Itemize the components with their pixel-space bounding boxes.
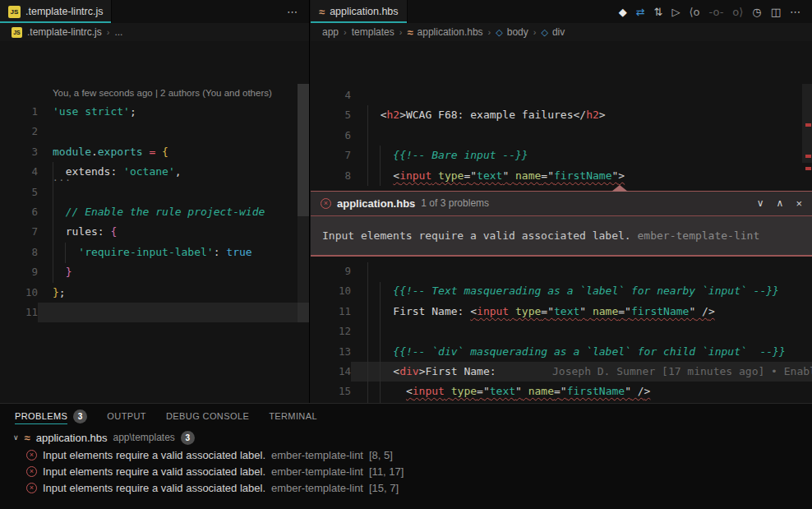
problem-row[interactable]: ×Input elements require a valid associat…	[0, 479, 812, 496]
code-line[interactable]: 7 rules: {	[0, 222, 309, 242]
problem-row[interactable]: ×Input elements require a valid associat…	[0, 447, 812, 463]
problems-file-row[interactable]: ∨ ≈ application.hbs app\templates 3	[0, 428, 812, 447]
error-circle-icon: ×	[321, 198, 331, 209]
tab-application-hbs[interactable]: ≈ application.hbs	[311, 0, 408, 23]
code-line[interactable]: 5 <h2>WCAG F68: example failures</h2>	[311, 105, 812, 125]
breadcrumb-label: app	[322, 26, 339, 38]
git-compare-icon[interactable]: ⇅	[654, 7, 663, 17]
line-content[interactable]	[351, 322, 812, 341]
breadcrumb-item-body[interactable]: ◇body	[496, 26, 528, 38]
panel-tab-problems[interactable]: PROBLEMS3	[15, 404, 87, 428]
code-line[interactable]: 9	[311, 261, 812, 281]
breadcrumb-item-application.hbs[interactable]: ≈application.hbs	[407, 26, 482, 38]
breadcrumb-item-div[interactable]: ◇div	[541, 26, 565, 38]
tab-template-lintrc[interactable]: JS .template-lintrc.js	[0, 0, 112, 23]
code-line[interactable]: 10};	[0, 283, 309, 303]
code-line[interactable]: 7 {{!-- Bare input --}}	[311, 146, 812, 165]
line-content[interactable]	[38, 122, 309, 141]
code-line[interactable]: 9 }	[0, 262, 309, 282]
peek-message-row[interactable]: Input elements require a valid associate…	[311, 216, 812, 255]
more-actions-icon[interactable]: ⋯	[790, 7, 800, 17]
breadcrumb-file[interactable]: .template-lintrc.js	[27, 26, 102, 38]
chevron-down-icon[interactable]: ∨	[13, 433, 19, 442]
code-editor-application[interactable]: 45 <h2>WCAG F68: example failures</h2>67…	[311, 82, 812, 442]
code-line[interactable]: 3module.exports = {	[0, 142, 309, 162]
code-line[interactable]: 1'use strict';	[0, 102, 309, 122]
ember-file-icon: ≈	[407, 27, 413, 38]
line-content[interactable]	[38, 183, 309, 202]
code-line[interactable]: 8 <input type="text" name="firstName">	[311, 166, 812, 186]
tab-bar-left: JS .template-lintrc.js ⋯	[0, 0, 309, 23]
code-line[interactable]: 6 // Enable the rule project-wide	[0, 202, 309, 222]
line-content[interactable]: };	[38, 283, 309, 303]
line-content[interactable]: module.exports = {	[38, 142, 309, 162]
panel-tab-badge: 3	[73, 410, 87, 423]
line-number: 7	[0, 222, 38, 242]
code-line[interactable]: 15 <input type="text" name="firstName" /…	[311, 382, 812, 401]
peek-arrow	[611, 185, 628, 192]
line-number: 3	[0, 142, 38, 162]
navigate-back-icon[interactable]: ⟨o	[689, 7, 699, 17]
chevron-down-icon[interactable]: ∨	[757, 197, 764, 209]
line-content[interactable]: {{!-- Bare input --}}	[351, 146, 812, 165]
more-actions-icon[interactable]: ⋯	[287, 7, 298, 17]
line-content[interactable]: 'use strict';	[38, 102, 309, 122]
line-content[interactable]: extends: 'octane',	[38, 162, 309, 182]
code-line[interactable]: 14 <div>First Name:Joseph D. Sumner [17 …	[311, 362, 812, 382]
line-content[interactable]: }	[38, 262, 309, 282]
panel-tab-debug-console[interactable]: DEBUG CONSOLE	[166, 404, 249, 428]
editor-group-right: ≈ application.hbs ◆⇄⇅▷⟨o-o-o⟩◷◫⋯ app›tem…	[311, 0, 812, 403]
code-line[interactable]: 2	[0, 122, 309, 141]
code-line[interactable]: 10 {{!-- Text masquerading as a `label` …	[311, 281, 812, 301]
code-editor-lintrc[interactable]: You, a few seconds ago | 2 authors (You …	[0, 82, 309, 322]
line-content[interactable]	[351, 126, 812, 146]
line-content[interactable]: <input type="text" name="firstName" />	[351, 382, 812, 401]
scrollbar-thumb[interactable]	[298, 84, 309, 216]
panel-tab-output[interactable]: OUTPUT	[107, 404, 146, 428]
split-editor-icon[interactable]: ◫	[771, 7, 781, 17]
navigate-forward-icon[interactable]: o⟩	[732, 7, 743, 17]
timeline-icon[interactable]: ◷	[752, 7, 761, 17]
chevron-right-icon: ›	[107, 27, 110, 37]
panel-tab-terminal[interactable]: TERMINAL	[269, 404, 317, 428]
chevron-up-icon[interactable]: ∧	[777, 197, 784, 209]
line-content[interactable]: <h2>WCAG F68: example failures</h2>	[351, 105, 812, 125]
code-line[interactable]: 4	[311, 86, 812, 105]
line-content[interactable]	[351, 86, 812, 105]
line-number: 8	[0, 243, 38, 262]
line-content[interactable]: // Enable the rule project-wide	[38, 202, 309, 222]
line-content[interactable]: 'require-input-label': true	[38, 243, 309, 262]
breadcrumb-symbol[interactable]: ...	[114, 26, 122, 38]
close-icon[interactable]: ×	[796, 197, 802, 210]
line-content[interactable]: {{!-- Text masquerading as a `label` for…	[351, 281, 812, 301]
template-lint-icon[interactable]: ◆	[619, 7, 627, 17]
line-number: 6	[0, 202, 38, 222]
line-content[interactable]	[38, 303, 309, 322]
breadcrumb-item-templates[interactable]: templates	[352, 26, 394, 38]
code-line[interactable]: 11 First Name: <input type="text" name="…	[311, 302, 812, 322]
code-line[interactable]: 8 'require-input-label': true	[0, 243, 309, 262]
line-number: 9	[311, 261, 351, 281]
line-number: 7	[311, 146, 351, 165]
sync-icon[interactable]: ⇄	[636, 7, 645, 17]
code-line[interactable]: 11	[0, 303, 309, 322]
line-content[interactable]: rules: {	[38, 222, 309, 242]
scrollbar[interactable]	[298, 84, 309, 322]
code-line[interactable]: 5	[0, 183, 309, 202]
line-content[interactable]: <div>First Name:Joseph D. Sumner [17 min…	[351, 362, 812, 382]
navigate-position-icon[interactable]: -o-	[709, 7, 724, 17]
line-content[interactable]: {{!-- `div` masquerading as a `label` fo…	[351, 342, 812, 362]
code-line[interactable]: 6	[311, 126, 812, 146]
line-content[interactable]: <input type="text" name="firstName">	[351, 166, 812, 186]
code-line[interactable]: 12	[311, 322, 812, 341]
line-content[interactable]	[351, 261, 812, 281]
breadcrumb-label: div	[552, 26, 565, 38]
run-icon[interactable]: ▷	[671, 7, 680, 17]
code-line[interactable]: 4 extends: 'octane',	[0, 162, 309, 182]
problem-row[interactable]: ×Input elements require a valid associat…	[0, 463, 812, 479]
codelens-blame[interactable]: You, a few seconds ago | 2 authors (You …	[0, 82, 309, 102]
breadcrumb-item-app[interactable]: app	[322, 26, 339, 38]
indent-guide	[380, 282, 381, 403]
line-content[interactable]: First Name: <input type="text" name="fir…	[351, 302, 812, 322]
code-line[interactable]: 13 {{!-- `div` masquerading as a `label`…	[311, 342, 812, 362]
